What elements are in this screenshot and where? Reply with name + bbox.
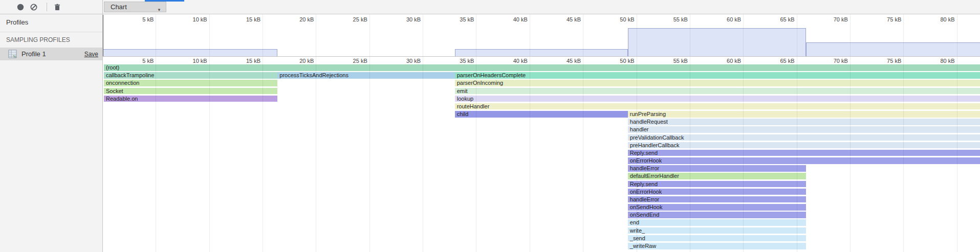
flame-bar-onsendhook[interactable]: onSendHook (628, 204, 807, 211)
flame-bar-label: onconnection (104, 80, 139, 86)
chart-ruler-tick: 35 kB (443, 58, 474, 64)
gridline (156, 14, 156, 252)
chart-ruler-tick: 60 kB (710, 58, 741, 64)
overview-ruler-tick: 10 kB (177, 16, 207, 22)
overview-ruler-tick: 15 kB (230, 16, 260, 22)
overview-baseline (102, 56, 980, 57)
sidebar-section-divider (0, 32, 102, 32)
record-icon[interactable] (17, 4, 24, 11)
flame-bar-readable-on[interactable]: Readable.on (104, 96, 277, 102)
flame-bar-label: handler (628, 126, 649, 132)
flame-bar-prehandlercallback[interactable]: preHandlerCallback (628, 142, 980, 149)
profile-name: Profile 1 (21, 50, 46, 58)
overview-allocation-band[interactable] (628, 28, 807, 56)
chart-ruler-tick: 40 kB (497, 58, 528, 64)
flame-bar-child[interactable]: child (455, 111, 628, 118)
view-mode-dropdown[interactable]: Chart ▼ (104, 2, 166, 12)
flame-bar-onsendend[interactable]: onSendEnd (628, 212, 807, 218)
flame-bar-handler[interactable]: handler (628, 126, 980, 133)
flame-bar-label: end (628, 219, 639, 225)
chart-ruler-tick: 55 kB (657, 58, 688, 64)
flame-bar-root[interactable]: (root) (104, 64, 980, 71)
profile-save-link[interactable]: Save (84, 51, 98, 58)
flame-bar-end[interactable]: end (628, 219, 807, 226)
toolbar: Chart ▼ (0, 0, 980, 14)
flame-bar-label: lookup (455, 96, 473, 102)
trash-icon[interactable] (54, 4, 61, 11)
flame-chart-pane: 5 kB10 kB15 kB20 kB25 kB30 kB35 kB40 kB4… (102, 14, 980, 252)
clear-icon[interactable] (30, 4, 37, 11)
flame-bar-parseronheaderscomplete[interactable]: parserOnHeadersComplete (455, 72, 980, 79)
flame-bar-writeraw[interactable]: _writeRaw (628, 243, 807, 249)
overview-allocation-band[interactable] (102, 49, 277, 56)
sidebar-divider (102, 0, 103, 252)
gridline (530, 14, 530, 252)
toolbar-separator (47, 3, 47, 11)
flame-bar-handleerror[interactable]: handleError (628, 196, 807, 203)
flame-bar-label: Reply.send (628, 181, 658, 187)
flame-bar-label: onSendEnd (628, 212, 660, 218)
flame-bar-label: (root) (104, 64, 119, 71)
flame-bar-onerrorhook[interactable]: onErrorHook (628, 157, 980, 164)
overview-ruler-tick: 80 kB (924, 16, 955, 22)
flame-bar-label: child (455, 111, 469, 117)
overview-ruler-tick: 35 kB (443, 16, 474, 22)
overview-allocation-band[interactable] (455, 49, 628, 56)
profile-chart-icon: % (8, 50, 17, 58)
flame-bar-lookup[interactable]: lookup (455, 96, 980, 102)
overview-ruler-tick: 25 kB (337, 16, 367, 22)
flame-bar-label: handleError (628, 165, 659, 171)
flame-bar-write[interactable]: write_ (628, 227, 807, 234)
flame-bar-label: preHandlerCallback (628, 142, 680, 148)
flame-bar-label: handleRequest (628, 119, 668, 125)
flame-bar-prevalidationcallback[interactable]: preValidationCallback (628, 134, 980, 141)
gridline (263, 14, 263, 252)
svg-text:%: % (13, 55, 16, 58)
chart-ruler-tick: 75 kB (870, 58, 901, 64)
chart-ruler-tick: 70 kB (817, 58, 848, 64)
flame-bar-routehandler[interactable]: routeHandler (455, 103, 980, 110)
flame-bar-reply-send[interactable]: Reply.send (628, 181, 807, 188)
heap-profiler-window: { "toolbar": { "record_icon": "record-to… (0, 0, 980, 252)
accent-highlight-line (145, 0, 184, 2)
flame-bar-defaulterrorhandler[interactable]: defaultErrorHandler (628, 173, 807, 179)
chart-ruler-tick: 25 kB (337, 58, 367, 64)
overview-ruler-tick: 30 kB (390, 16, 421, 22)
flame-bar-onerrorhook[interactable]: onErrorHook (628, 189, 807, 195)
flame-bar-label: parserOnIncoming (455, 80, 504, 86)
flame-bar-send[interactable]: _send (628, 235, 807, 242)
chart-ruler-tick: 20 kB (283, 58, 314, 64)
overview-allocation-band[interactable] (806, 42, 980, 56)
gridline (423, 14, 423, 252)
flame-bar-label: onErrorHook (628, 157, 662, 164)
sidebar-title: Profiles (6, 18, 28, 26)
flame-bar-processticksandrejections[interactable]: processTicksAndRejections (277, 72, 454, 79)
flame-bar-handleerror[interactable]: handleError (628, 165, 807, 172)
flame-bar-socket[interactable]: Socket (104, 88, 277, 95)
flame-bar-emit[interactable]: emit (455, 88, 980, 95)
flame-bar-runpreparsing[interactable]: runPreParsing (628, 111, 980, 118)
chart-ruler-tick: 65 kB (764, 58, 795, 64)
overview-ruler-tick: 65 kB (764, 16, 795, 22)
flame-bar-parseronincoming[interactable]: parserOnIncoming (455, 80, 980, 86)
gridline (690, 14, 690, 252)
flame-bar-reply-send[interactable]: Reply.send (628, 150, 980, 156)
gridline (316, 14, 316, 252)
profile-list-item[interactable]: % Profile 1 Save (0, 48, 102, 60)
flame-bar-label: parserOnHeadersComplete (455, 72, 526, 78)
chart-ruler-tick: 15 kB (230, 58, 260, 64)
flame-bar-callbacktrampoline[interactable]: callbackTrampoline (104, 72, 277, 79)
overview-ruler-tick: 40 kB (497, 16, 528, 22)
flame-bar-label: _writeRaw (628, 243, 656, 249)
flame-bar-label: Reply.send (628, 150, 658, 156)
chart-ruler-tick: 45 kB (550, 58, 581, 64)
gridline (209, 14, 210, 252)
flame-bar-label: callbackTrampoline (104, 72, 154, 78)
flame-bar-onconnection[interactable]: onconnection (104, 80, 277, 86)
flame-bar-label: handleError (628, 196, 659, 202)
chart-ruler-tick: 50 kB (604, 58, 635, 64)
gridline (743, 14, 744, 252)
gridline (369, 14, 370, 252)
flame-bar-handlerequest[interactable]: handleRequest (628, 119, 980, 125)
flame-bar-label: emit (455, 88, 468, 94)
